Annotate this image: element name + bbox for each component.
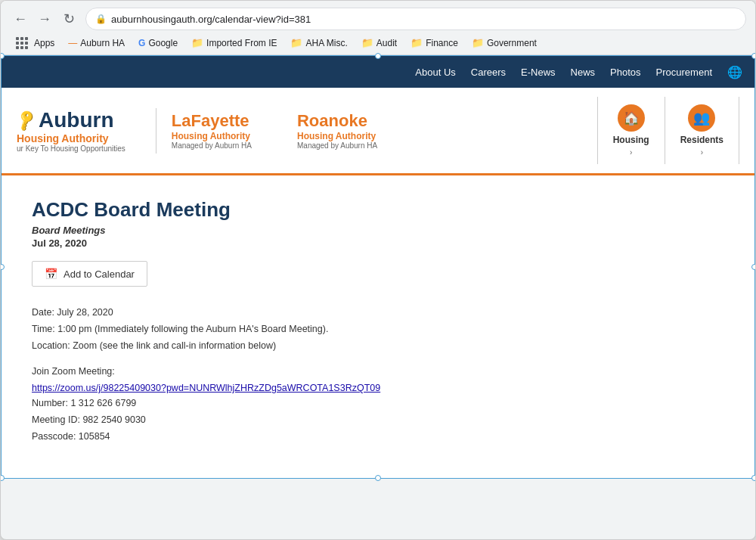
zoom-url-link[interactable]: https://zoom.us/j/98225409030?pwd=NUNRWl… bbox=[32, 383, 380, 393]
residents-chevron: › bbox=[701, 148, 703, 157]
bookmark-imported-label: Imported From IE bbox=[206, 38, 277, 48]
lock-icon: 🔒 bbox=[95, 14, 107, 24]
bookmark-google-label: Google bbox=[148, 38, 178, 48]
handle-bot-mid[interactable] bbox=[375, 475, 381, 481]
lafayette-authority: Housing Authority bbox=[172, 131, 252, 141]
folder-aha-icon: 📁 bbox=[290, 37, 302, 48]
bookmark-aha-misc[interactable]: 📁 AHA Misc. bbox=[284, 36, 353, 50]
nav-procurement[interactable]: Procurement bbox=[656, 67, 712, 78]
residents-button[interactable]: 👥 Residents › bbox=[665, 97, 739, 164]
nav-photos[interactable]: Photos bbox=[610, 67, 640, 78]
folder-imported-icon: 📁 bbox=[191, 37, 203, 48]
bookmark-audit-label: Audit bbox=[376, 38, 397, 48]
roanoke-managed: Managed by Auburn HA bbox=[297, 141, 377, 150]
lafayette-name-part1: La bbox=[172, 111, 191, 130]
apps-label: Apps bbox=[34, 38, 54, 48]
bookmark-finance-label: Finance bbox=[426, 38, 458, 48]
auburn-logo: 🔑 Auburn Housing Authority ur Key To Hou… bbox=[17, 108, 141, 153]
lafayette-name: LaFayette bbox=[172, 111, 252, 131]
event-time-line: Time: 1:00 pm (Immediately following the… bbox=[32, 321, 724, 337]
handle-bot-left[interactable] bbox=[0, 475, 5, 481]
auburn-title: 🔑 Auburn bbox=[17, 108, 125, 132]
event-title: ACDC Board Meeting bbox=[32, 198, 724, 222]
handle-mid-right[interactable] bbox=[751, 264, 756, 270]
bookmark-google[interactable]: G Google bbox=[132, 36, 184, 50]
nav-controls: ← → ↻ bbox=[10, 8, 79, 29]
zoom-number: Number: 1 312 626 6799 bbox=[32, 396, 724, 411]
address-bar[interactable]: 🔒 auburnhousingauth.org/calendar-view?id… bbox=[85, 8, 746, 30]
housing-chevron: › bbox=[630, 148, 632, 157]
nav-news[interactable]: News bbox=[571, 67, 596, 78]
bookmarks-bar: Apps — Auburn HA G Google 📁 Imported Fro… bbox=[1, 31, 755, 55]
auburn-name: Auburn bbox=[39, 108, 114, 132]
url-text: auburnhousingauth.org/calendar-view?id=3… bbox=[111, 14, 736, 25]
logo-divider-1 bbox=[156, 108, 156, 154]
add-to-calendar-button[interactable]: 📅 Add to Calendar bbox=[32, 261, 147, 287]
back-button[interactable]: ← bbox=[10, 8, 31, 29]
folder-finance-icon: 📁 bbox=[411, 37, 423, 48]
bookmark-audit[interactable]: 📁 Audit bbox=[355, 36, 403, 50]
roanoke-authority: Housing Authority bbox=[297, 131, 377, 141]
auburn-tagline: ur Key To Housing Opportunities bbox=[17, 144, 125, 153]
folder-audit-icon: 📁 bbox=[361, 37, 373, 48]
folder-government-icon: 📁 bbox=[472, 37, 484, 48]
site-header: 🔑 Auburn Housing Authority ur Key To Hou… bbox=[2, 88, 754, 175]
bookmark-government[interactable]: 📁 Government bbox=[466, 36, 543, 50]
bookmark-finance[interactable]: 📁 Finance bbox=[404, 36, 464, 50]
roanoke-logo: Roanoke Housing Authority Managed by Aub… bbox=[297, 111, 392, 150]
roanoke-name-text: Roanoke bbox=[297, 111, 367, 130]
zoom-section: Join Zoom Meeting: https://zoom.us/j/982… bbox=[32, 364, 724, 444]
google-icon: G bbox=[138, 38, 145, 48]
bookmark-aha-misc-label: AHA Misc. bbox=[305, 38, 347, 48]
handle-bot-right[interactable] bbox=[751, 475, 756, 481]
bookmark-auburn-ha[interactable]: — Auburn HA bbox=[62, 36, 131, 50]
site-navigation: About Us Careers E-News News Photos Proc… bbox=[2, 56, 754, 88]
add-calendar-label: Add to Calendar bbox=[64, 268, 135, 280]
nav-about-us[interactable]: About Us bbox=[415, 67, 455, 78]
apps-grid-icon bbox=[16, 37, 28, 49]
zoom-heading: Join Zoom Meeting: bbox=[32, 364, 724, 379]
browser-window: ← → ↻ 🔒 auburnhousingauth.org/calendar-v… bbox=[0, 0, 756, 540]
lafayette-name-part2: Fayette bbox=[191, 111, 249, 130]
event-date-line: Date: July 28, 2020 bbox=[32, 305, 724, 320]
handle-top-mid[interactable] bbox=[375, 53, 381, 59]
event-location-line: Location: Zoom (see the link and call-in… bbox=[32, 338, 724, 353]
apps-button[interactable]: Apps bbox=[10, 36, 60, 51]
reload-button[interactable]: ↻ bbox=[58, 8, 79, 29]
event-details: Date: July 28, 2020 Time: 1:00 pm (Immed… bbox=[32, 305, 724, 444]
auburn-authority: Housing Authority bbox=[17, 132, 125, 144]
event-category: Board Meetings bbox=[32, 225, 724, 236]
handle-top-right[interactable] bbox=[751, 53, 756, 59]
bookmark-government-label: Government bbox=[487, 38, 537, 48]
main-content: ACDC Board Meeting Board Meetings Jul 28… bbox=[2, 175, 754, 478]
lafayette-logo: LaFayette Housing Authority Managed by A… bbox=[172, 111, 267, 150]
nav-enews[interactable]: E-News bbox=[521, 67, 556, 78]
forward-button[interactable]: → bbox=[34, 8, 55, 29]
housing-label: Housing bbox=[613, 135, 649, 145]
zoom-passcode: Passcode: 105854 bbox=[32, 429, 724, 444]
bookmark-auburn-ha-label: Auburn HA bbox=[80, 38, 125, 48]
language-icon[interactable]: 🌐 bbox=[727, 65, 742, 79]
zoom-meeting-id: Meeting ID: 982 2540 9030 bbox=[32, 412, 724, 427]
header-actions: 🏠 Housing › 👥 Residents › bbox=[597, 97, 739, 164]
lafayette-managed: Managed by Auburn HA bbox=[172, 141, 252, 150]
calendar-icon: 📅 bbox=[45, 268, 57, 280]
housing-button[interactable]: 🏠 Housing › bbox=[598, 97, 665, 164]
event-date: Jul 28, 2020 bbox=[32, 237, 724, 249]
nav-careers[interactable]: Careers bbox=[471, 67, 506, 78]
key-icon: 🔑 bbox=[14, 107, 39, 132]
residents-icon: 👥 bbox=[688, 104, 715, 132]
bookmark-imported-from-ie[interactable]: 📁 Imported From IE bbox=[185, 36, 283, 50]
roanoke-name: Roanoke bbox=[297, 111, 377, 131]
residents-label: Residents bbox=[680, 135, 723, 145]
page-wrapper: About Us Careers E-News News Photos Proc… bbox=[1, 55, 755, 479]
housing-icon: 🏠 bbox=[618, 104, 645, 132]
browser-titlebar: ← → ↻ 🔒 auburnhousingauth.org/calendar-v… bbox=[1, 1, 755, 31]
auburn-ha-icon: — bbox=[68, 38, 77, 48]
